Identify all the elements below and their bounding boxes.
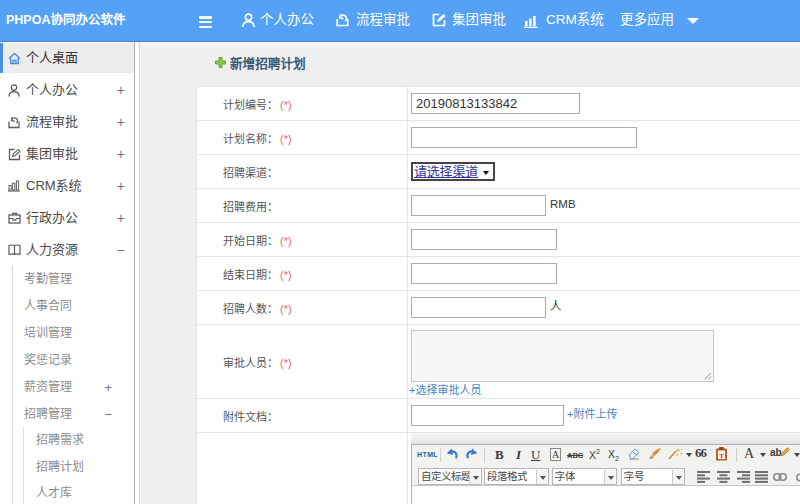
svg-text:T: T xyxy=(719,452,724,460)
